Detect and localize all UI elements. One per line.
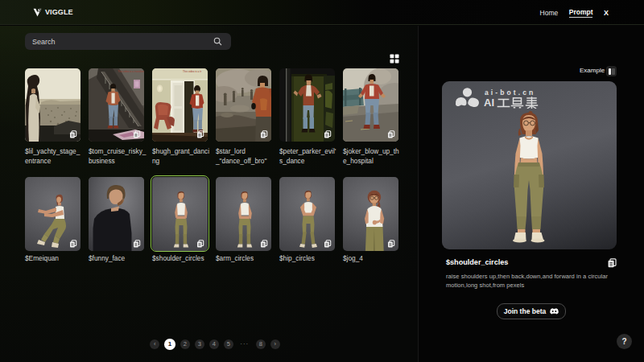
svg-text:This video is a transformatio: This video is a transformatio [118, 70, 144, 73]
svg-text:AI: AI [484, 97, 494, 109]
svg-text:This video is a tr: This video is a tr [183, 70, 202, 73]
